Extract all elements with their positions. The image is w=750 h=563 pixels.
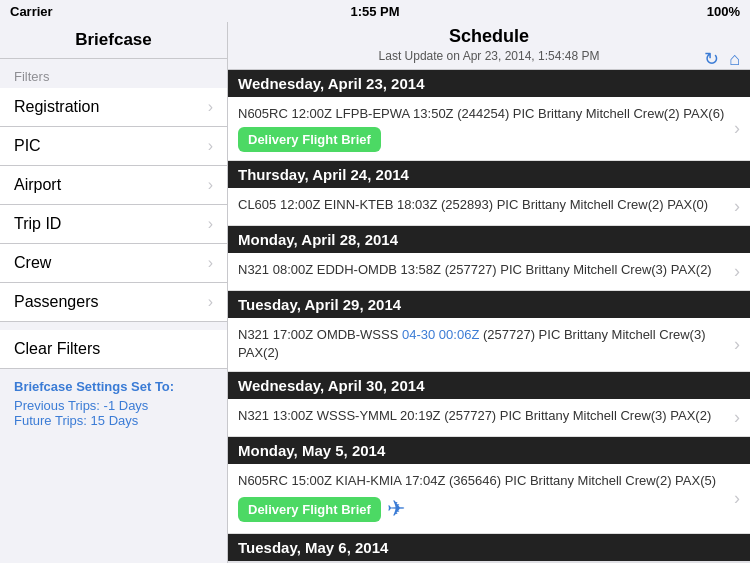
- filters-label: Filters: [0, 59, 227, 88]
- flight-info-apr28: N321 08:00Z EDDH-OMDB 13:58Z (257727) PI…: [238, 261, 730, 279]
- time-label: 1:55 PM: [350, 4, 399, 19]
- last-update-label: Last Update on Apr 23, 2014, 1:54:48 PM: [228, 49, 750, 63]
- sidebar-item-registration-label: Registration: [14, 98, 99, 116]
- day-header-apr30: Wednesday, April 30, 2014: [228, 372, 750, 399]
- schedule-content: Wednesday, April 23, 2014 N605RC 12:00Z …: [228, 70, 750, 563]
- sidebar-item-crew-label: Crew: [14, 254, 51, 272]
- chevron-right-icon: ›: [208, 137, 213, 155]
- flight-row-apr30[interactable]: N321 13:00Z WSSS-YMML 20:19Z (257727) PI…: [228, 399, 750, 437]
- chevron-right-icon: ›: [734, 407, 740, 428]
- chevron-right-icon: ›: [208, 98, 213, 116]
- sidebar-item-registration[interactable]: Registration ›: [0, 88, 227, 127]
- sidebar-title: Briefcase: [0, 22, 227, 59]
- sidebar-item-airport[interactable]: Airport ›: [0, 166, 227, 205]
- flight-info-apr30: N321 13:00Z WSSS-YMML 20:19Z (257727) PI…: [238, 407, 730, 425]
- sidebar-item-trip-id[interactable]: Trip ID ›: [0, 205, 227, 244]
- battery-label: 100%: [707, 4, 740, 19]
- flight-row-apr24[interactable]: CL605 12:00Z EINN-KTEB 18:03Z (252893) P…: [228, 188, 750, 226]
- schedule-title: Schedule: [228, 26, 750, 47]
- sidebar-item-airport-label: Airport: [14, 176, 61, 194]
- home-button[interactable]: ⌂: [729, 48, 740, 70]
- settings-title: Briefcase Settings Set To:: [14, 379, 213, 394]
- sidebar-item-passengers[interactable]: Passengers ›: [0, 283, 227, 322]
- flight-info-apr29: N321 17:00Z OMDB-WSSS 04-30 00:06Z (2577…: [238, 326, 730, 362]
- day-header-apr24: Thursday, April 24, 2014: [228, 161, 750, 188]
- flight-row-apr28[interactable]: N321 08:00Z EDDH-OMDB 13:58Z (257727) PI…: [228, 253, 750, 291]
- chevron-right-icon: ›: [208, 215, 213, 233]
- right-panel: Schedule Last Update on Apr 23, 2014, 1:…: [228, 22, 750, 563]
- sidebar-item-pic[interactable]: PIC ›: [0, 127, 227, 166]
- day-header-apr29: Tuesday, April 29, 2014: [228, 291, 750, 318]
- day-header-may6: Tuesday, May 6, 2014: [228, 534, 750, 561]
- delivery-flight-brief-button-apr23[interactable]: Delivery Flight Brief: [238, 127, 381, 152]
- chevron-right-icon: ›: [734, 334, 740, 355]
- chevron-right-icon: ›: [208, 293, 213, 311]
- flight-info-apr23: N605RC 12:00Z LFPB-EPWA 13:50Z (244254) …: [238, 105, 730, 152]
- settings-line1: Previous Trips: -1 Days: [14, 398, 213, 413]
- sidebar-item-passengers-label: Passengers: [14, 293, 99, 311]
- delivery-flight-brief-button-may5[interactable]: Delivery Flight Brief: [238, 497, 381, 522]
- highlight-time-apr29: 04-30 00:06Z: [402, 327, 479, 342]
- chevron-right-icon: ›: [734, 488, 740, 509]
- chevron-right-icon: ›: [734, 196, 740, 217]
- sidebar-item-pic-label: PIC: [14, 137, 41, 155]
- flight-info-prefix-apr29: N321 17:00Z OMDB-WSSS: [238, 327, 402, 342]
- flight-row-apr23[interactable]: N605RC 12:00Z LFPB-EPWA 13:50Z (244254) …: [228, 97, 750, 161]
- flight-info-apr24: CL605 12:00Z EINN-KTEB 18:03Z (252893) P…: [238, 196, 730, 214]
- clear-filters-button[interactable]: Clear Filters: [0, 330, 227, 369]
- flight-row-apr29[interactable]: N321 17:00Z OMDB-WSSS 04-30 00:06Z (2577…: [228, 318, 750, 371]
- chevron-right-icon: ›: [208, 254, 213, 272]
- day-header-may5: Monday, May 5, 2014: [228, 437, 750, 464]
- day-header-apr23: Wednesday, April 23, 2014: [228, 70, 750, 97]
- sidebar-item-trip-id-label: Trip ID: [14, 215, 61, 233]
- flight-row-may5[interactable]: N605RC 15:00Z KIAH-KMIA 17:04Z (365646) …: [228, 464, 750, 534]
- plane-icon: ✈: [387, 494, 405, 525]
- briefcase-settings: Briefcase Settings Set To: Previous Trip…: [0, 369, 227, 438]
- refresh-button[interactable]: ↻: [704, 48, 719, 70]
- sidebar: Briefcase Filters Registration › PIC › A…: [0, 22, 228, 563]
- schedule-header: Schedule Last Update on Apr 23, 2014, 1:…: [228, 22, 750, 70]
- day-header-apr28: Monday, April 28, 2014: [228, 226, 750, 253]
- sidebar-item-crew[interactable]: Crew ›: [0, 244, 227, 283]
- chevron-right-icon: ›: [208, 176, 213, 194]
- settings-line2: Future Trips: 15 Days: [14, 413, 213, 428]
- carrier-label: Carrier: [10, 4, 53, 19]
- chevron-right-icon: ›: [734, 261, 740, 282]
- flight-info-may5: N605RC 15:00Z KIAH-KMIA 17:04Z (365646) …: [238, 472, 730, 525]
- chevron-right-icon: ›: [734, 118, 740, 139]
